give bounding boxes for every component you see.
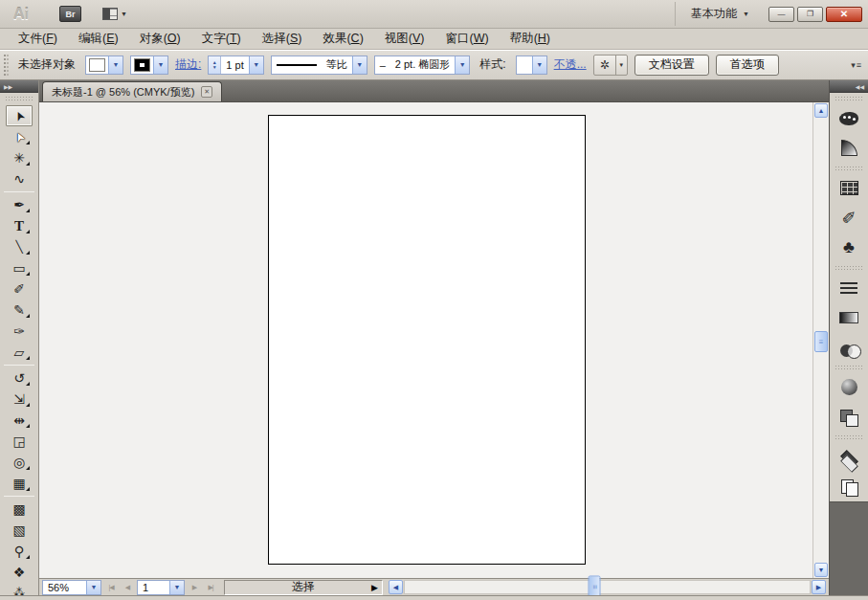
restore-button[interactable]: ❐ [797, 7, 823, 22]
symbol-sprayer-tool[interactable]: ⁂ [6, 583, 33, 595]
zoom-level-dropdown[interactable]: 56% ▼ [42, 580, 101, 595]
scroll-right-icon[interactable]: ▶ [812, 580, 826, 594]
blend-tool[interactable]: ❖ [6, 562, 33, 583]
status-menu-arrow-icon[interactable]: ▶ [371, 583, 378, 592]
workspace-switcher[interactable]: 基本功能 ▼ [675, 2, 759, 26]
blob-brush-tool[interactable]: ✑ [6, 321, 33, 342]
control-bar: 未选择对象 ▼ ▼ 描边: ▲ ▼ 1 pt ▼ 等比 ▼ – 2 pt. 椭圆… [0, 50, 868, 80]
panel-button-stroke[interactable] [833, 273, 865, 302]
artboard-number-dropdown[interactable]: 1 ▼ [137, 580, 185, 595]
spinner-down-icon: ▼ [212, 65, 217, 70]
menu-item-h[interactable]: 帮助(H) [500, 29, 561, 49]
panel-dock: ◀◀ ✐♣ [829, 80, 868, 595]
canvas[interactable]: ▲ ≡ ▼ [39, 102, 829, 578]
free-transform-tool[interactable]: ◲ [6, 431, 33, 452]
fill-color-dropdown[interactable]: ▼ [85, 56, 123, 75]
panel-button-artboards[interactable] [833, 472, 865, 501]
menu-item-v[interactable]: 视图(V) [374, 29, 435, 49]
style-dropdown[interactable]: ▼ [516, 56, 547, 75]
panel-button-swatches[interactable] [833, 173, 865, 203]
gradient-tool[interactable]: ▧ [6, 520, 33, 541]
arrange-documents-button[interactable]: ▼ [102, 8, 127, 20]
stroke-weight-combo[interactable]: ▲ ▼ 1 pt ▼ [208, 56, 263, 75]
direct-selection-tool-icon: ➤ [11, 129, 27, 144]
chevron-down-icon: ▼ [249, 56, 263, 74]
last-artboard-button[interactable]: ▶| [204, 581, 217, 594]
menu-item-s[interactable]: 选择(S) [252, 29, 313, 49]
horizontal-scrollbar[interactable]: ◀ ≡ ▶ [389, 580, 826, 595]
document-tab[interactable]: 未标题-1 @ 56% (CMYK/预览) ✕ [42, 81, 222, 101]
menu-item-t[interactable]: 文字(T) [191, 29, 252, 49]
scroll-left-icon[interactable]: ◀ [389, 580, 403, 594]
opacity-link[interactable]: 不透... [554, 56, 587, 73]
panel-button-symbols[interactable]: ♣ [833, 233, 865, 262]
type-tool[interactable]: T [6, 215, 33, 236]
scale-tool[interactable]: ⇲ [6, 389, 33, 410]
vertical-scrollbar-thumb[interactable]: ≡ [814, 331, 828, 352]
stroke-color-dropdown[interactable]: ▼ [130, 56, 168, 75]
uniform-line-icon [277, 64, 317, 66]
panel-button-appearance[interactable] [833, 372, 865, 402]
menu-item-f[interactable]: 文件(F) [8, 29, 68, 49]
width-profile-value: 等比 [322, 57, 352, 72]
pencil-tool[interactable]: ✎ [6, 300, 33, 321]
panel-button-brushes[interactable]: ✐ [833, 203, 865, 233]
tools-panel-header[interactable]: ▶▶ [0, 80, 38, 93]
document-setup-button[interactable]: 文档设置 [634, 55, 709, 76]
artboard[interactable] [268, 115, 586, 565]
menu-item-w[interactable]: 窗口(W) [434, 29, 499, 49]
bridge-button[interactable]: Br [59, 6, 81, 22]
rotate-tool[interactable]: ↺ [6, 367, 33, 389]
direct-selection-tool[interactable]: ➤ [6, 126, 33, 147]
style-label: 样式: [479, 56, 505, 73]
panel-button-color[interactable] [833, 103, 865, 133]
menu-item-c[interactable]: 效果(C) [312, 29, 373, 49]
perspective-grid-tool[interactable]: ▦ [6, 473, 33, 494]
tools-panel-grip[interactable] [5, 96, 33, 100]
magic-wand-tool[interactable]: ✳ [6, 147, 33, 168]
select-similar-button[interactable]: ✲ ▼ [593, 55, 628, 76]
control-panel-menu-icon[interactable]: ▾≡ [851, 60, 864, 70]
panel-button-color-guide[interactable] [833, 133, 865, 163]
pen-tool[interactable]: ✒ [6, 194, 33, 215]
stroke-weight-stepper[interactable]: ▲ ▼ [209, 56, 221, 74]
scroll-up-icon[interactable]: ▲ [814, 103, 828, 118]
stroke-panel-link[interactable]: 描边: [175, 56, 201, 73]
panel-button-gradient[interactable] [833, 302, 865, 332]
rectangle-tool[interactable]: ▭ [6, 257, 33, 278]
selection-tool-icon: ➤ [11, 108, 27, 122]
brush-preview-icon: – [375, 59, 390, 71]
panel-button-transparency[interactable] [833, 332, 865, 362]
first-artboard-button[interactable]: |◀ [104, 581, 118, 594]
mesh-tool[interactable]: ▩ [6, 499, 33, 520]
brush-definition-dropdown[interactable]: – 2 pt. 椭圆形 ▼ [374, 56, 471, 75]
dock-separator [835, 265, 863, 270]
width-tool[interactable]: ⇹ [6, 410, 33, 431]
paintbrush-tool[interactable]: ✐ [6, 278, 33, 300]
dock-header[interactable]: ◀◀ [830, 80, 868, 93]
scroll-down-icon[interactable]: ▼ [814, 563, 828, 577]
lasso-tool[interactable]: ∿ [6, 168, 33, 189]
selection-tool[interactable]: ➤ [6, 105, 33, 126]
dock-grip[interactable] [835, 96, 863, 100]
status-display: 选择 ▶ [224, 580, 383, 595]
control-bar-grip[interactable] [4, 55, 9, 76]
eraser-tool[interactable]: ▱ [6, 342, 33, 363]
horizontal-scrollbar-track[interactable]: ≡ [404, 580, 811, 594]
vertical-scrollbar[interactable]: ▲ ≡ ▼ [812, 102, 829, 578]
close-tab-icon[interactable]: ✕ [201, 86, 212, 98]
minimize-button[interactable]: — [768, 7, 794, 22]
select-similar-options-arrow[interactable]: ▼ [615, 56, 627, 75]
eyedropper-tool[interactable]: ⚲ [6, 541, 33, 562]
next-artboard-button[interactable]: ▶ [188, 581, 201, 594]
previous-artboard-button[interactable]: ◀ [121, 581, 134, 594]
shape-builder-tool[interactable]: ◎ [6, 452, 33, 473]
panel-button-layers[interactable] [833, 442, 865, 472]
menu-item-o[interactable]: 对象(O) [129, 29, 191, 49]
preferences-button[interactable]: 首选项 [716, 55, 779, 76]
close-button[interactable]: ✕ [826, 7, 862, 22]
width-profile-dropdown[interactable]: 等比 ▼ [271, 56, 367, 75]
panel-button-graphic-styles[interactable] [833, 402, 865, 432]
menu-item-e[interactable]: 编辑(E) [68, 29, 129, 49]
line-segment-tool[interactable]: ╲ [6, 236, 33, 257]
